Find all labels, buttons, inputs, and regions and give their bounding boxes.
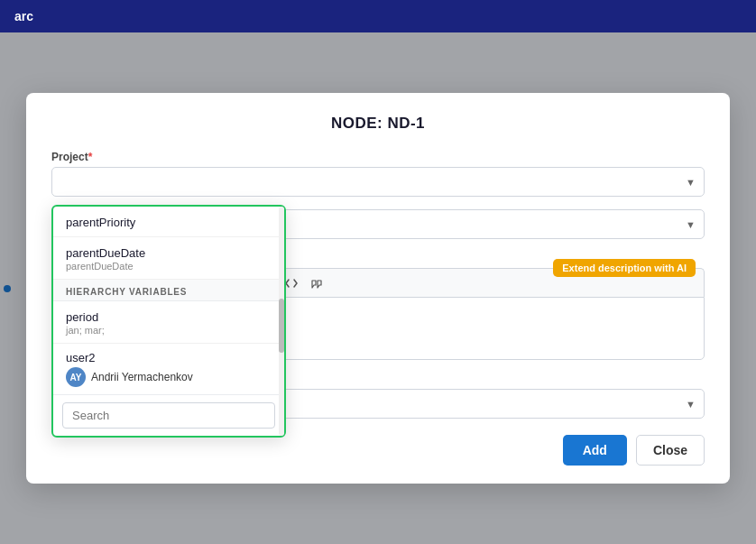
dropdown-item-period-subtitle: jan; mar; <box>66 325 272 336</box>
dropdown-item-period-title: period <box>66 310 272 324</box>
dropdown-item-title-2: parentDueDate <box>66 246 272 260</box>
modal-overlay: NODE: ND-1 Project* ▼ parentPriority <box>0 32 756 544</box>
modal-title: NODE: ND-1 <box>51 115 705 133</box>
dropdown-search-input[interactable] <box>62 402 275 429</box>
dropdown-item-period[interactable]: period jan; mar; <box>53 301 284 344</box>
add-button[interactable]: Add <box>563 435 627 466</box>
project-group: Project* ▼ parentPriority parentDueDate … <box>51 151 705 197</box>
project-select-wrapper: ▼ <box>51 167 705 197</box>
quote-icon <box>310 277 323 290</box>
top-bar: arc <box>0 0 756 32</box>
dropdown-item-subtitle-2: parentDueDate <box>66 261 272 272</box>
modal-footer: Add Close <box>51 435 705 466</box>
user-name: Andrii Yermachenkov <box>91 371 193 383</box>
dropdown-item-parentduedate[interactable]: parentDueDate parentDueDate <box>53 237 284 280</box>
hierarchy-section-header: HIERARCHY VARIABLES <box>53 280 284 301</box>
dropdown-user-title: user2 <box>66 351 272 364</box>
project-label: Project* <box>51 151 705 163</box>
dropdown-item-user2[interactable]: user2 AY Andrii Yermachenkov <box>53 344 284 394</box>
modal-dialog: NODE: ND-1 Project* ▼ parentPriority <box>26 93 730 484</box>
dropdown-search-area <box>53 394 284 436</box>
dropdown-item-parentpriority[interactable]: parentPriority <box>53 207 284 237</box>
user-avatar: AY <box>66 367 86 387</box>
dropdown-scrollbar-track <box>279 207 284 436</box>
dropdown-scrollbar-thumb[interactable] <box>279 299 284 353</box>
ai-extend-button[interactable]: Extend description with AI <box>553 259 696 277</box>
variable-dropdown: parentPriority parentDueDate parentDueDa… <box>51 205 286 438</box>
code-icon <box>285 277 298 290</box>
dropdown-item-title: parentPriority <box>66 216 272 229</box>
brand-logo: arc <box>14 9 33 23</box>
close-button[interactable]: Close <box>636 435 705 466</box>
project-select[interactable] <box>51 167 705 197</box>
quote-button[interactable] <box>307 275 327 291</box>
